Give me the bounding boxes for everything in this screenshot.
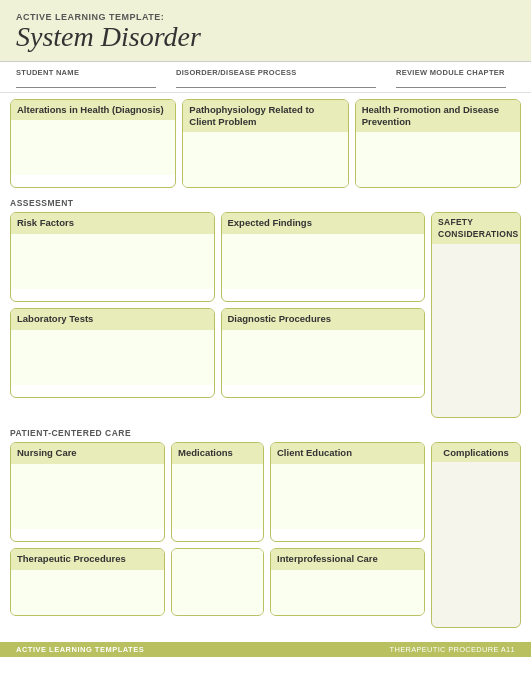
assessment-grid: Risk Factors Expected Findings Laborator… bbox=[10, 212, 425, 398]
student-name-field: Student Name bbox=[16, 68, 156, 88]
pcc-grid-bottom: Therapeutic Procedures Interprofessional… bbox=[10, 548, 425, 615]
complications-panel: spacer Complications bbox=[431, 426, 521, 628]
review-line[interactable] bbox=[396, 78, 506, 88]
pcc-section: Patient-Centered Care Nursing Care Medic… bbox=[10, 426, 521, 628]
box-risk-factors-content[interactable] bbox=[11, 234, 214, 289]
box-medications: Medications bbox=[171, 442, 264, 542]
safety-label: Safety Considerations bbox=[432, 213, 520, 243]
box-health-promotion: Health Promotion and Disease Prevention bbox=[355, 99, 521, 189]
disorder-field: Disorder/Disease Process bbox=[176, 68, 376, 88]
safety-label-text: Safety Considerations bbox=[438, 217, 519, 238]
box-nursing-care-content[interactable] bbox=[11, 464, 164, 529]
box-medications-label: Medications bbox=[172, 443, 263, 463]
box-expected-findings: Expected Findings bbox=[221, 212, 426, 302]
box-interprofessional-care-content[interactable] bbox=[271, 570, 424, 615]
header-title: System Disorder bbox=[16, 22, 515, 53]
complications-box: Complications bbox=[431, 442, 521, 628]
assessment-main: Assessment Risk Factors Expected Finding… bbox=[10, 196, 425, 418]
complications-content[interactable] bbox=[432, 462, 520, 617]
box-client-education-content[interactable] bbox=[271, 464, 424, 529]
box-nursing-care: Nursing Care bbox=[10, 442, 165, 542]
box-alterations: Alterations in Health (Diagnosis) bbox=[10, 99, 176, 189]
review-label: Review Module Chapter bbox=[396, 68, 506, 77]
box-diagnostic-procedures-label: Diagnostic Procedures bbox=[222, 309, 425, 329]
footer-left: Active Learning Templates bbox=[16, 645, 144, 654]
box-laboratory-tests: Laboratory Tests bbox=[10, 308, 215, 398]
footer: Active Learning Templates Therapeutic Pr… bbox=[0, 642, 531, 657]
student-name-line[interactable] bbox=[16, 78, 156, 88]
safety-box: Safety Considerations bbox=[431, 212, 521, 418]
pcc-grid-top: Nursing Care Medications Client Educatio… bbox=[10, 442, 425, 542]
box-alterations-content[interactable] bbox=[11, 120, 175, 175]
box-interprofessional-care-label: Interprofessional Care bbox=[271, 549, 424, 569]
box-nursing-care-label: Nursing Care bbox=[11, 443, 164, 463]
box-pathophysiology: Pathophysiology Related to Client Proble… bbox=[182, 99, 348, 189]
box-expected-findings-content[interactable] bbox=[222, 234, 425, 289]
box-health-promotion-label: Health Promotion and Disease Prevention bbox=[356, 100, 520, 133]
pcc-main: Patient-Centered Care Nursing Care Medic… bbox=[10, 426, 425, 628]
box-diagnostic-procedures: Diagnostic Procedures bbox=[221, 308, 426, 398]
box-expected-findings-label: Expected Findings bbox=[222, 213, 425, 233]
footer-right: Therapeutic Procedure A11 bbox=[390, 645, 515, 654]
box-pathophysiology-label: Pathophysiology Related to Client Proble… bbox=[183, 100, 347, 133]
top-boxes-row: Alterations in Health (Diagnosis) Pathop… bbox=[10, 99, 521, 189]
assessment-header: Assessment bbox=[10, 198, 425, 208]
main-content: Alterations in Health (Diagnosis) Pathop… bbox=[0, 93, 531, 635]
box-health-promotion-content[interactable] bbox=[356, 132, 520, 187]
review-field: Review Module Chapter bbox=[396, 68, 506, 88]
box-laboratory-tests-content[interactable] bbox=[11, 330, 214, 385]
disorder-label: Disorder/Disease Process bbox=[176, 68, 376, 77]
pcc-header: Patient-Centered Care bbox=[10, 428, 425, 438]
box-medications-content[interactable] bbox=[172, 464, 263, 529]
box-interprofessional-care: Interprofessional Care bbox=[270, 548, 425, 615]
box-therapeutic-procedures: Therapeutic Procedures bbox=[10, 548, 165, 615]
box-therapeutic-procedures-label: Therapeutic Procedures bbox=[11, 549, 164, 569]
box-pathophysiology-content[interactable] bbox=[183, 132, 347, 187]
box-diagnostic-procedures-content[interactable] bbox=[222, 330, 425, 385]
safety-panel: spacer Safety Considerations bbox=[431, 196, 521, 418]
box-risk-factors-label: Risk Factors bbox=[11, 213, 214, 233]
complications-label: Complications bbox=[432, 443, 520, 462]
disorder-line[interactable] bbox=[176, 78, 376, 88]
safety-content[interactable] bbox=[432, 244, 520, 404]
box-client-education-label: Client Education bbox=[271, 443, 424, 463]
box-alterations-label: Alterations in Health (Diagnosis) bbox=[11, 100, 175, 120]
header: Active Learning Template: System Disorde… bbox=[0, 0, 531, 62]
box-risk-factors: Risk Factors bbox=[10, 212, 215, 302]
form-fields: Student Name Disorder/Disease Process Re… bbox=[0, 62, 531, 93]
student-name-label: Student Name bbox=[16, 68, 156, 77]
box-therapeutic-procedures-content[interactable] bbox=[11, 570, 164, 615]
box-laboratory-tests-label: Laboratory Tests bbox=[11, 309, 214, 329]
assessment-section: Assessment Risk Factors Expected Finding… bbox=[10, 196, 521, 418]
box-middle-empty-content[interactable] bbox=[172, 549, 263, 614]
box-client-education: Client Education bbox=[270, 442, 425, 542]
box-middle-empty bbox=[171, 548, 264, 615]
